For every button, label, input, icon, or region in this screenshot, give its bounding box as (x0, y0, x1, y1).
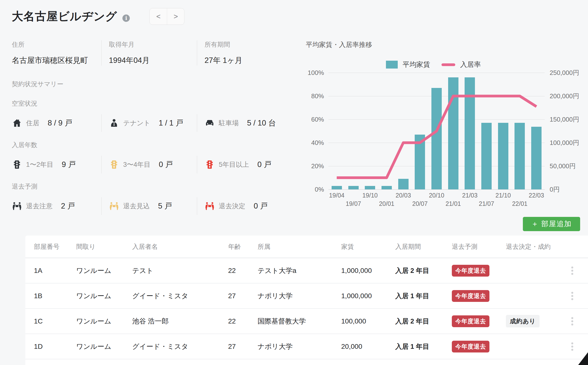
stat-label: 住居 (26, 119, 39, 127)
legend-bar-label: 平均家賃 (403, 60, 430, 69)
chart-title: 平均家賃・入居率推移 (306, 40, 588, 49)
tenure-row: 1〜2年目9 戸3〜4年目0 戸5年目以上0 戸 (12, 156, 294, 173)
stat-退去決定: 退去決定0 戸 (197, 197, 294, 215)
contract-summary-label: 契約状況サマリー (12, 80, 294, 88)
cell-affiliation: 国際基督教大学 (258, 317, 341, 326)
left-axis-tick: 80% (311, 92, 324, 100)
table-row: 1Eワンルーム (25, 359, 588, 365)
row-menu-button[interactable] (567, 292, 577, 300)
vacancy-row: 住居8 / 9 戸テナント1 / 1 戸駐車場5 / 10 台 (12, 114, 294, 132)
acquired-value: 1994年04月 (109, 55, 197, 66)
stat-label: 5年目以上 (219, 160, 249, 169)
rent-occupancy-chart: 平均家賃・入居率推移 平均家賃 入居率 100%250,000円80%200,0… (294, 40, 588, 215)
stat-label: 退去決定 (219, 202, 245, 211)
property-summary: 住所 名古屋市瑞穂区桜見町 取得年月 1994年04月 所有期間 27年 1ヶ月… (12, 40, 294, 215)
stat-value: 5 / 10 台 (247, 118, 276, 128)
right-axis-tick: 250,000円 (550, 69, 579, 77)
cell-period: 入居 1 年目 (395, 292, 452, 300)
table-row: 1Cワンルーム池谷 浩一郎22国際基督教大学100,000入居 2 年目今年度退… (25, 309, 588, 334)
prev-button[interactable]: < (150, 8, 167, 25)
traffic-light-icon (12, 159, 22, 170)
cell-layout: ワンルーム (76, 266, 132, 275)
left-axis-tick: 20% (311, 162, 324, 170)
movers-icon (109, 201, 119, 211)
tenant-icon (109, 118, 119, 128)
ownership-period-value: 27年 1ヶ月 (205, 55, 294, 66)
stat-label: 3〜4年目 (123, 160, 150, 169)
row-menu-button[interactable] (567, 317, 577, 325)
cell-age: 22 (228, 267, 258, 275)
chart-plot: 100%250,000円80%200,000円60%150,000円40%100… (328, 73, 545, 189)
cell-period: 入居 2 年目 (395, 317, 452, 326)
cell-forecast: 今年度退去 (452, 315, 506, 327)
cell-rent: 100,000 (341, 317, 395, 325)
page-title: 大名古屋ビルヂング (12, 9, 117, 24)
rooms-table: 部屋番号間取り入居者名年齢所属家賃入居期間退去予測退去決定・成約 1Aワンルーム… (25, 236, 588, 365)
x-axis-tick: 19/10 (362, 192, 378, 199)
x-axis-tick: 20/07 (412, 200, 428, 207)
cell-room: 1B (34, 292, 76, 300)
right-axis-tick: 200,000円 (550, 92, 579, 100)
left-axis-tick: 60% (311, 116, 324, 123)
legend-line-label: 入居率 (460, 60, 481, 69)
address-label: 住所 (12, 40, 101, 49)
right-axis-tick: 0円 (550, 185, 559, 194)
stat-value: 0 戸 (254, 201, 268, 211)
cell-name: テスト (132, 266, 228, 275)
x-axis-tick: 22/03 (529, 192, 544, 199)
column-header: 部屋番号 (34, 242, 76, 251)
car-icon (205, 118, 215, 128)
cell-decision: 成約あり (506, 315, 567, 327)
info-icon[interactable]: i (122, 14, 130, 22)
stat-value: 2 戸 (61, 201, 75, 211)
pager: < > (149, 8, 184, 25)
stat-退去見込: 退去見込5 戸 (101, 197, 197, 215)
cell-layout: ワンルーム (76, 291, 132, 301)
next-button[interactable]: > (167, 8, 184, 25)
page-header: 大名古屋ビルヂング i < > (12, 7, 588, 26)
x-axis-tick: 21/07 (479, 200, 494, 207)
legend-bar-swatch (386, 61, 398, 69)
stat-value: 8 / 9 戸 (48, 118, 72, 128)
cell-rent: 1,000,000 (341, 267, 395, 275)
column-header: 退去決定・成約 (506, 242, 567, 251)
cell-name: グイード・ミスタ (132, 291, 228, 301)
add-room-button[interactable]: ＋ 部屋追加 (523, 217, 580, 231)
cell-room: 1D (34, 343, 76, 351)
cell-affiliation: ナポリ大学 (258, 342, 341, 351)
cell-room: 1A (34, 267, 76, 275)
cell-age: 22 (228, 317, 258, 325)
decision-pill: 成約あり (506, 315, 540, 327)
forecast-badge: 今年度退去 (452, 341, 489, 352)
cell-age: 27 (228, 292, 258, 300)
stat-テナント: テナント1 / 1 戸 (101, 114, 197, 132)
stat-住居: 住居8 / 9 戸 (12, 114, 101, 132)
movers-icon (12, 201, 22, 211)
cell-affiliation: テスト大学a (258, 266, 341, 275)
legend-line-swatch (441, 63, 455, 66)
cell-period: 入居 1 年目 (395, 342, 452, 351)
row-menu-button[interactable] (567, 267, 577, 275)
cell-layout: ワンルーム (76, 317, 132, 326)
stat-1〜2年目: 1〜2年目9 戸 (12, 156, 101, 173)
vacancy-label: 空室状況 (12, 99, 294, 108)
cell-affiliation: ナポリ大学 (258, 291, 341, 301)
house-icon (12, 118, 22, 128)
column-header: 家賃 (341, 242, 395, 251)
left-axis-tick: 40% (311, 139, 324, 147)
right-axis-tick: 150,000円 (550, 115, 579, 124)
stat-label: 退去注意 (26, 202, 53, 211)
occupancy-line (328, 73, 545, 189)
cell-rent: 20,000 (341, 343, 395, 351)
forecast-label: 退去予測 (12, 182, 294, 191)
row-menu-button[interactable] (567, 342, 577, 351)
page: 大名古屋ビルヂング i < > 住所 名古屋市瑞穂区桜見町 取得年月 1994年… (0, 0, 588, 365)
stat-label: 退去見込 (123, 202, 150, 211)
acquired-label: 取得年月 (109, 40, 197, 49)
cell-name: グイード・ミスタ (132, 342, 228, 351)
column-header: 退去予測 (452, 242, 506, 251)
stat-label: 1〜2年目 (26, 160, 53, 169)
chart-xlabels: 19/0419/0719/1020/0120/0320/0720/1021/01… (328, 189, 545, 211)
stat-value: 1 / 1 戸 (159, 118, 183, 128)
x-axis-tick: 22/01 (512, 200, 528, 207)
